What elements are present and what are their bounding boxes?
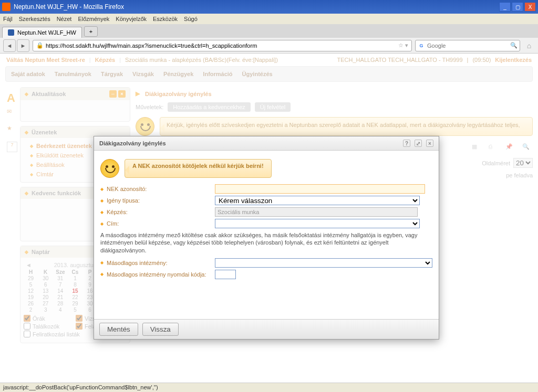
menu-view[interactable]: Nézet — [57, 16, 72, 22]
time-label: (09:50) — [472, 57, 491, 63]
smiley-icon — [100, 159, 119, 178]
modal-expand-button[interactable]: ⤢ — [415, 140, 422, 147]
breadcrumb-arrow-icon: ▶ — [136, 90, 140, 97]
tab-targyak[interactable]: Tárgyak — [101, 71, 123, 77]
label-kepzes: Képzés: — [107, 209, 128, 215]
help-text: A másodlagos intézmény mező kitöltése cs… — [100, 229, 432, 257]
save-button[interactable]: Mentés — [99, 323, 138, 336]
readonly-kepzes: Szociális munka — [215, 207, 418, 217]
menu-bookmarks[interactable]: Könyvjelzők — [116, 16, 147, 22]
main-tabs: Saját adatok Tanulmányok Tárgyak Vizsgák… — [5, 66, 533, 82]
print-icon[interactable]: ⎙ — [489, 143, 499, 154]
notice-text: Kérjük, igénylés előtt szíveskedjen egye… — [160, 117, 533, 136]
label-cim: Cím: — [107, 220, 119, 227]
breadcrumb: ▶ Diákigazolvány igénylés — [136, 87, 533, 100]
search-icon[interactable]: 🔍 — [510, 42, 518, 49]
label-igeny: Igény típusa: — [107, 197, 140, 204]
firefox-icon — [2, 3, 11, 11]
tab-tanulmanyok[interactable]: Tanulmányok — [55, 71, 91, 77]
panel-title: Naptár — [32, 249, 50, 255]
select-masod-int[interactable] — [215, 258, 432, 268]
collapse-icon[interactable]: ◆ — [25, 249, 28, 255]
page-title: Diákigazolvány igénylés — [145, 91, 212, 97]
select-igeny[interactable]: Kérem válasszon — [215, 196, 420, 205]
ops-label: Műveletek: — [136, 104, 163, 110]
op-new-entry[interactable]: Új felvétel — [255, 102, 291, 112]
url-text: https://host.sdakft.hu/wjlfhw/main.aspx?… — [46, 43, 257, 49]
window-maximize-button[interactable]: ▢ — [512, 2, 523, 12]
smiley-icon — [136, 117, 154, 136]
side-icons: A ✉ ★ 7 — [5, 91, 19, 152]
logout-link[interactable]: Kijelentkezés — [495, 57, 532, 63]
tab-sajat-adatok[interactable]: Saját adatok — [11, 71, 45, 77]
mail-icon[interactable]: ✉ — [7, 108, 17, 119]
window-minimize-button[interactable]: _ — [499, 2, 511, 12]
excel-icon[interactable]: ▦ — [472, 143, 482, 154]
menu-file[interactable]: Fájl — [3, 16, 13, 22]
address-bar[interactable]: 🔒 https://host.sdakft.hu/wjlfhw/main.asp… — [33, 40, 412, 51]
panel-action-icon[interactable]: ↔ — [109, 90, 117, 98]
label-masod-kod: Másodlagos intézmény nyomdai kódja: — [107, 271, 206, 278]
urlbar: ◄ ► 🔒 https://host.sdakft.hu/wjlfhw/main… — [0, 38, 538, 54]
check-orak[interactable]: Órák — [24, 315, 75, 322]
statusbar: javascript:__doPostBack('upFunctionComma… — [0, 383, 538, 392]
panel-title: Üzenetek — [32, 129, 57, 135]
cal-prev[interactable]: ◄ — [26, 262, 32, 268]
modal-dialog: Diákigazolvány igénylés ? ⤢ × A NEK azon… — [94, 136, 439, 340]
menu-history[interactable]: Előzmények — [78, 16, 109, 22]
collapse-icon[interactable]: ◆ — [25, 190, 28, 196]
pin-icon[interactable]: 📌 — [505, 143, 516, 154]
tab-favicon — [8, 29, 14, 36]
page-size-select[interactable]: 20 — [513, 158, 533, 168]
back-button[interactable]: ◄ — [3, 39, 16, 52]
select-cim[interactable] — [215, 219, 420, 228]
modal-title: Diákigazolvány igénylés — [99, 140, 166, 146]
operations-bar: Műveletek: Hozzáadás a kedvencekhez Új f… — [136, 100, 533, 114]
lock-icon: 🔒 — [36, 42, 44, 49]
window-titlebar: Neptun.Net WJLF_HW - Mozilla Firefox _ ▢… — [0, 0, 538, 14]
forward-button[interactable]: ► — [17, 39, 29, 52]
bookmark-icons[interactable]: ☆ ▾ — [398, 42, 408, 49]
menu-tools[interactable]: Eszközök — [153, 16, 178, 22]
modal-notice: A NEK azonosítót kötőjelek nélkül kérjük… — [125, 159, 272, 178]
tab-vizsgak[interactable]: Vizsgák — [132, 71, 154, 77]
search-icon[interactable]: 🔍 — [522, 143, 533, 154]
search-box[interactable]: G 🔍 — [415, 40, 520, 51]
new-tab-button[interactable]: + — [84, 26, 98, 37]
letter-a-icon[interactable]: A — [7, 91, 17, 102]
menu-edit[interactable]: Szerkesztés — [19, 16, 50, 22]
google-icon: G — [418, 42, 425, 49]
collapse-icon[interactable]: ◆ — [25, 91, 28, 97]
user-label: TECH_HALLGATO TECH_HALLGATO - TH9999 — [337, 57, 463, 63]
modal-close-button[interactable]: × — [426, 140, 433, 147]
collapse-icon[interactable]: ◆ — [25, 130, 28, 135]
star-icon[interactable]: ★ — [7, 125, 17, 135]
op-add-favorite[interactable]: Hozzáadás a kedvencekhez — [168, 102, 251, 112]
browser-tab[interactable]: Neptun.Net WJLF_HW — [2, 27, 82, 38]
kepzes-label[interactable]: Képzés — [95, 57, 116, 63]
tab-ugyintezes[interactable]: Ügyintézés — [242, 71, 273, 77]
panel-close-icon[interactable]: × — [118, 90, 126, 98]
tabstrip: Neptun.Net WJLF_HW + — [0, 24, 538, 38]
label-masod-int: Másodlagos intézmény: — [107, 260, 168, 266]
modal-help-button[interactable]: ? — [403, 140, 410, 147]
panel-aktualitasok: ◆ Aktualitások ↔ × — [20, 87, 130, 122]
app-topbar: Váltás Neptun Meet Street-re | Képzés | … — [0, 54, 538, 64]
menu-help[interactable]: Súgó — [184, 16, 198, 22]
back-button[interactable]: Vissza — [142, 323, 179, 336]
check-talalkozok[interactable]: Találkozók — [24, 323, 75, 330]
label-nek: NEK azonosító: — [107, 186, 147, 192]
input-masod-kod[interactable] — [215, 270, 236, 279]
search-input[interactable] — [427, 43, 510, 49]
tab-label: Neptun.Net WJLF_HW — [17, 29, 76, 36]
cal-month: 2013. augusztus — [54, 262, 97, 268]
modal-footer: Mentés Vissza — [94, 319, 439, 339]
modal-titlebar[interactable]: Diákigazolvány igénylés ? ⤢ × — [94, 136, 439, 151]
window-close-button[interactable]: X — [524, 2, 536, 12]
home-button[interactable]: ⌂ — [523, 40, 535, 51]
input-nek[interactable] — [215, 184, 425, 194]
switch-link[interactable]: Váltás Neptun Meet Street-re — [6, 57, 85, 63]
calendar-icon[interactable]: 7 — [7, 142, 17, 152]
tab-informacio[interactable]: Információ — [203, 71, 232, 77]
tab-penzugyek[interactable]: Pénzügyek — [163, 71, 193, 77]
